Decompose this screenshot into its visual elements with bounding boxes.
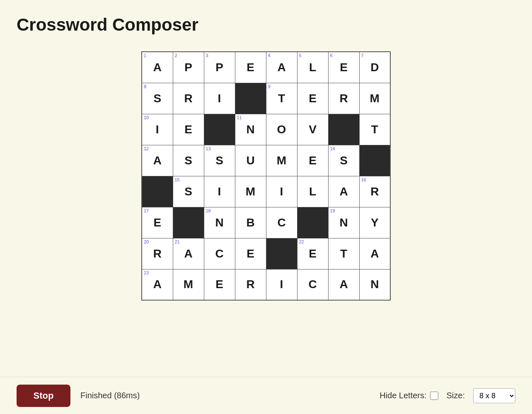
- table-row: E: [235, 238, 266, 269]
- cell-letter: O: [266, 114, 297, 145]
- cell-number: 17: [144, 209, 149, 213]
- cell-letter: I: [204, 176, 235, 207]
- table-row: 13S: [204, 145, 235, 176]
- cell-letter: M: [173, 270, 204, 300]
- cell-number: 15: [175, 178, 180, 182]
- cell-letter: M: [235, 176, 266, 207]
- table-row: 16R: [359, 176, 390, 207]
- table-row: 12A: [142, 145, 173, 176]
- table-row: [204, 114, 235, 145]
- table-row: 23A: [142, 269, 173, 300]
- cell-number: 14: [330, 147, 335, 151]
- cell-letter: E: [173, 114, 204, 145]
- page-title: Crossword Composer: [0, 0, 532, 43]
- cell-letter: E: [204, 270, 235, 300]
- table-row: I: [204, 176, 235, 207]
- cell-number: 1: [144, 53, 146, 58]
- cell-number: 3: [206, 53, 208, 58]
- table-row: M: [235, 176, 266, 207]
- table-row: I: [204, 83, 235, 114]
- cell-letter: C: [204, 238, 235, 269]
- table-row: M: [266, 145, 297, 176]
- cell-letter: M: [360, 83, 390, 114]
- cell-letter: R: [173, 83, 204, 114]
- cell-letter: L: [297, 52, 328, 83]
- cell-letter: E: [297, 83, 328, 114]
- table-row: M: [359, 83, 390, 114]
- cell-letter: D: [360, 52, 390, 83]
- cell-number: 8: [144, 84, 146, 89]
- table-row: I: [266, 269, 297, 300]
- table-row: C: [204, 238, 235, 269]
- cell-number: 12: [144, 147, 149, 151]
- table-row: B: [235, 207, 266, 238]
- cell-number: 13: [206, 147, 211, 151]
- cell-number: 16: [361, 178, 366, 182]
- status-text: Finished (86ms): [80, 391, 140, 400]
- cell-number: 2: [175, 53, 177, 58]
- cell-number: 9: [268, 84, 271, 89]
- cell-letter: P: [204, 52, 235, 83]
- stop-button[interactable]: Stop: [17, 385, 70, 407]
- cell-letter: L: [297, 176, 328, 207]
- table-row: 3P: [204, 52, 235, 83]
- table-row: R: [328, 83, 359, 114]
- table-row: M: [173, 269, 204, 300]
- crossword-grid: 1A2P3PE4A5L6E7D8SRI9TERM10IE11NOVT12AS13…: [141, 51, 391, 301]
- table-row: 6E: [328, 52, 359, 83]
- cell-number: 23: [144, 271, 149, 275]
- cell-number: 11: [237, 116, 242, 120]
- table-row: T: [328, 238, 359, 269]
- cell-letter: T: [360, 114, 390, 145]
- cell-letter: B: [235, 207, 266, 238]
- table-row: 1A: [142, 52, 173, 83]
- table-row: S: [173, 145, 204, 176]
- table-row: A: [359, 238, 390, 269]
- table-row: R: [235, 269, 266, 300]
- cell-number: 4: [268, 53, 271, 58]
- table-row: U: [235, 145, 266, 176]
- table-row: 20R: [142, 238, 173, 269]
- cell-letter: R: [329, 83, 359, 114]
- table-row: C: [266, 207, 297, 238]
- table-row: 9T: [266, 83, 297, 114]
- table-row: 15S: [173, 176, 204, 207]
- crossword-container: 1A2P3PE4A5L6E7D8SRI9TERM10IE11NOVT12AS13…: [0, 51, 532, 301]
- cell-letter: I: [266, 176, 297, 207]
- cell-letter: A: [329, 176, 359, 207]
- cell-number: 5: [299, 53, 302, 58]
- table-row: [173, 207, 204, 238]
- cell-letter: S: [142, 83, 173, 114]
- cell-letter: P: [173, 52, 204, 83]
- right-controls: Hide Letters: Size: 8 x 8 9 x 9 10 x 10 …: [380, 388, 515, 403]
- cell-number: 21: [175, 240, 180, 244]
- cell-letter: Y: [360, 207, 390, 238]
- table-row: [328, 114, 359, 145]
- cell-number: 10: [144, 116, 149, 120]
- cell-number: 7: [361, 53, 364, 58]
- size-select[interactable]: 8 x 8 9 x 9 10 x 10 11 x 11 12 x 12 15 x…: [473, 388, 515, 403]
- cell-letter: S: [173, 145, 204, 176]
- table-row: 10I: [142, 114, 173, 145]
- cell-letter: I: [266, 270, 297, 300]
- hide-letters-label: Hide Letters:: [380, 391, 438, 400]
- cell-letter: E: [297, 145, 328, 176]
- table-row: T: [359, 114, 390, 145]
- cell-letter: A: [266, 52, 297, 83]
- table-row: E: [297, 145, 328, 176]
- table-row: 14S: [328, 145, 359, 176]
- cell-letter: E: [235, 238, 266, 269]
- table-row: A: [328, 269, 359, 300]
- cell-letter: T: [266, 83, 297, 114]
- table-row: R: [173, 83, 204, 114]
- cell-letter: E: [235, 52, 266, 83]
- hide-letters-checkbox[interactable]: [430, 392, 438, 400]
- table-row: [359, 145, 390, 176]
- table-row: [297, 207, 328, 238]
- cell-letter: U: [235, 145, 266, 176]
- cell-letter: A: [329, 270, 359, 300]
- table-row: A: [328, 176, 359, 207]
- cell-number: 18: [206, 209, 211, 213]
- table-row: [235, 83, 266, 114]
- table-row: O: [266, 114, 297, 145]
